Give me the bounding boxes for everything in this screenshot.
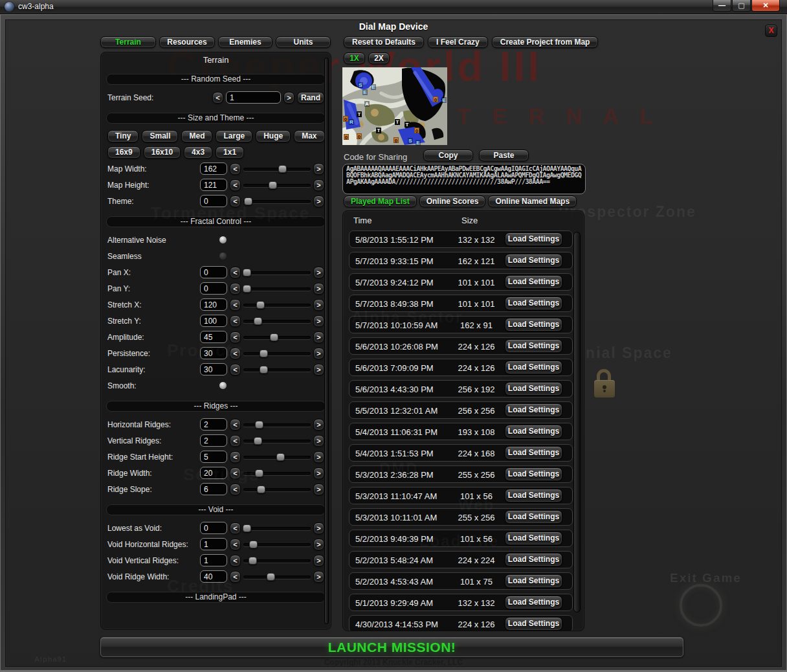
decrement-button[interactable]: < [230,522,241,534]
slider[interactable] [243,524,311,533]
slider-track[interactable] [243,488,311,491]
increment-button[interactable]: > [313,299,324,311]
value-input[interactable] [200,483,227,495]
toggle-knob[interactable] [219,236,227,244]
value-input[interactable] [200,467,227,479]
value-input[interactable] [200,554,227,566]
share-code-text[interactable]: AgABAAAAAQAAAAEAAACiAHkAAPEAyABaPDwEEBCg… [342,164,586,194]
slider-handle[interactable] [249,541,258,548]
preset-button-large[interactable]: Large [216,130,252,142]
value-input[interactable] [200,451,227,463]
increment-button[interactable]: > [313,539,324,550]
increment-button[interactable]: > [313,571,324,583]
slider-track[interactable] [243,368,311,372]
slider-track[interactable] [243,472,311,475]
value-input[interactable] [200,331,227,343]
slider[interactable] [243,453,311,462]
close-button[interactable]: ✕ [751,0,780,12]
scale-1x-button[interactable]: 1X [344,52,365,64]
rand-button[interactable]: Rand [297,92,324,104]
preset-button-max[interactable]: Max [294,130,324,142]
preset-button-huge[interactable]: Huge [256,130,291,142]
load-settings-button[interactable]: Load Settings [505,617,562,631]
decrement-button[interactable]: < [230,299,241,311]
slider-handle[interactable] [243,285,251,293]
slider-handle[interactable] [276,453,285,461]
load-settings-button[interactable]: Load Settings [505,553,562,566]
slider[interactable] [243,284,311,293]
slider-track[interactable] [243,576,311,579]
slider[interactable] [243,317,311,326]
load-settings-button[interactable]: Load Settings [505,574,562,588]
tab-units[interactable]: Units [276,36,331,48]
load-settings-button[interactable]: Load Settings [505,403,562,417]
load-settings-button[interactable]: Load Settings [505,467,562,481]
increment-button[interactable]: > [313,283,324,295]
slider-track[interactable] [243,271,311,274]
load-settings-button[interactable]: Load Settings [505,297,562,310]
create-project-from-map-button[interactable]: Create Project from Map [492,36,599,48]
increment-button[interactable]: > [313,484,324,495]
slider-handle[interactable] [260,366,268,374]
value-input[interactable] [200,434,227,447]
load-settings-button[interactable]: Load Settings [505,318,562,331]
slider[interactable] [243,181,311,190]
load-settings-button[interactable]: Load Settings [505,254,562,267]
decrement-button[interactable]: < [230,571,241,583]
seed-decrement-button[interactable]: < [212,92,223,104]
tab-online-scores[interactable]: Online Scores [419,196,486,207]
slider[interactable] [243,333,311,342]
value-input[interactable] [200,195,227,207]
slider[interactable] [243,300,311,309]
increment-button[interactable]: > [313,267,324,278]
tab-terrain[interactable]: Terrain [100,36,156,48]
value-input[interactable] [200,347,227,359]
decrement-button[interactable]: < [230,555,241,566]
increment-button[interactable]: > [313,555,324,566]
preset-button-1x1[interactable]: 1x1 [216,146,244,159]
decrement-button[interactable]: < [230,364,241,375]
copy-button[interactable]: Copy [423,150,473,161]
value-input[interactable] [200,363,227,375]
preset-button-tiny[interactable]: Tiny [107,130,139,142]
load-settings-button[interactable]: Load Settings [505,232,562,246]
slider-track[interactable] [243,287,311,291]
decrement-button[interactable]: < [230,331,241,343]
increment-button[interactable]: > [313,522,324,534]
slider-handle[interactable] [254,437,262,445]
increment-button[interactable]: > [313,196,324,207]
slider-handle[interactable] [243,269,251,276]
preset-button-small[interactable]: Small [142,130,178,142]
value-input[interactable] [200,266,227,278]
increment-button[interactable]: > [313,364,324,375]
load-settings-button[interactable]: Load Settings [505,510,562,524]
decrement-button[interactable]: < [230,419,241,431]
decrement-button[interactable]: < [230,315,241,327]
scale-2x-button[interactable]: 2X [368,52,390,64]
decrement-button[interactable]: < [230,348,241,359]
slider-handle[interactable] [260,350,268,357]
load-settings-button[interactable]: Load Settings [505,361,562,374]
preset-button-med[interactable]: Med [181,130,212,142]
tab-enemies[interactable]: Enemies [218,36,272,48]
decrement-button[interactable]: < [230,163,241,175]
launch-mission-button[interactable]: LAUNCH MISSION! [100,637,683,657]
slider-handle[interactable] [254,317,262,325]
slider-handle[interactable] [270,333,278,341]
slider-track[interactable] [243,304,311,307]
slider-track[interactable] [243,168,311,171]
load-settings-button[interactable]: Load Settings [505,382,562,396]
slider-handle[interactable] [255,469,263,477]
slider-handle[interactable] [249,557,257,565]
preset-button-4x3[interactable]: 4x3 [184,146,212,159]
slider[interactable] [243,268,311,277]
terrain-seed-input[interactable] [226,91,281,104]
decrement-button[interactable]: < [230,435,241,447]
value-input[interactable] [200,522,227,534]
slider-handle[interactable] [269,181,277,189]
value-input[interactable] [200,282,227,295]
slider[interactable] [243,436,311,445]
slider-track[interactable] [243,527,311,530]
slider[interactable] [243,164,311,174]
titlebar[interactable]: cw3-alpha [0,0,787,14]
